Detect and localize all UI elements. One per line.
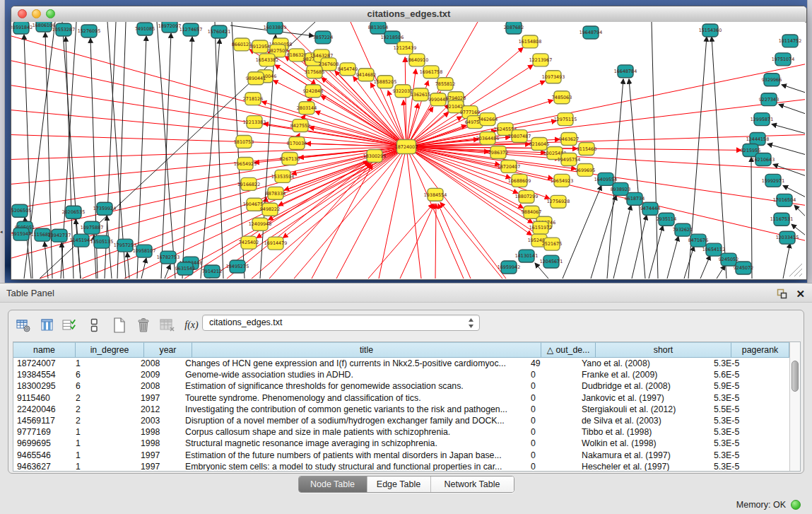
table-cell[interactable]: 18300295 <box>13 380 72 392</box>
table-row[interactable]: 1456911722003Disruption of a novel membe… <box>13 415 800 426</box>
graph-node[interactable]: 2935114 <box>657 213 676 226</box>
graph-node[interactable]: 9463627 <box>559 133 579 146</box>
graph-node[interactable]: 8216045 <box>529 138 549 151</box>
table-cell[interactable]: Changes of HCN gene expression and I(f) … <box>182 358 527 369</box>
table-cell[interactable]: 1997 <box>137 450 182 461</box>
table-cell[interactable]: Wolkin et al. (1998) <box>578 438 710 449</box>
graph-node[interactable]: 12213967 <box>529 54 552 66</box>
rows-button[interactable] <box>85 316 103 334</box>
graph-node[interactable]: 8267130 <box>280 152 300 165</box>
graph-node[interactable]: 12045671 <box>540 255 563 268</box>
graph-node[interactable]: 9329966 <box>762 74 782 86</box>
graph-node[interactable]: 9227343 <box>759 93 779 106</box>
graph-edge[interactable] <box>700 255 710 279</box>
graph-edge[interactable] <box>127 252 129 279</box>
graph-node[interactable]: 12125439 <box>394 42 416 54</box>
table-cell[interactable]: 2 <box>72 392 137 404</box>
table-cell[interactable]: 18724007 <box>13 358 72 369</box>
table-row[interactable]: 946362711997Embryonic stem cells: a mode… <box>13 461 800 472</box>
graph-node[interactable]: 9631542 <box>175 262 195 275</box>
table-cell[interactable]: Tibbo et al. (1998) <box>578 426 710 438</box>
table-cell[interactable]: 2008 <box>137 380 182 392</box>
table-cell[interactable]: 0 <box>527 461 578 472</box>
graph-node[interactable]: 14130141 <box>515 250 538 262</box>
table-cell[interactable]: Tourette syndrome. Phenomenology and cla… <box>182 392 527 404</box>
graph-node[interactable]: 19751074 <box>772 53 794 66</box>
graph-node[interactable]: 19384554 <box>424 188 447 201</box>
table-cell[interactable]: 5.3E-5 <box>710 392 765 404</box>
graph-edge[interactable] <box>406 147 421 279</box>
column-header[interactable]: year <box>144 342 192 358</box>
graph-edge[interactable] <box>779 105 805 114</box>
graph-node[interactable]: 12975115 <box>554 113 577 126</box>
graph-node[interactable]: 12756928 <box>547 195 570 208</box>
graph-node[interactable]: 7914212 <box>202 265 222 278</box>
graph-node[interactable]: 18720407 <box>498 160 520 173</box>
graph-node[interactable]: 13505135 <box>90 235 113 248</box>
graph-node[interactable]: 12033415 <box>776 231 799 244</box>
graph-node[interactable]: 16648784 <box>614 65 637 78</box>
table-row[interactable]: 2242004622012Investigating the contribut… <box>13 404 800 415</box>
table-cell[interactable]: Structural magnetic resonance image aver… <box>182 438 527 449</box>
graph-node[interactable]: 19495754 <box>558 153 580 165</box>
network-window-titlebar[interactable]: citations_edges.txt <box>11 6 806 23</box>
graph-node[interactable]: 17359924 <box>93 202 116 215</box>
table-row[interactable]: 1872400712008Changes of HCN gene express… <box>13 358 800 369</box>
graph-node[interactable]: 2521675 <box>542 238 562 250</box>
graph-node[interactable]: 20364486 <box>476 132 499 145</box>
table-cell[interactable]: 2008 <box>137 358 182 369</box>
graph-node[interactable]: 7491085 <box>135 23 155 35</box>
memory-ok-indicator[interactable] <box>791 500 801 510</box>
graph-edge[interactable] <box>783 243 790 279</box>
graph-edge[interactable] <box>613 205 631 279</box>
graph-node[interactable]: 16154808 <box>519 35 541 48</box>
graph-node[interactable]: 16210643 <box>752 153 775 165</box>
table-cell[interactable]: 5.6E-5 <box>710 369 765 380</box>
graph-node[interactable]: 7855812 <box>435 78 455 90</box>
graph-node[interactable]: 19654925 <box>234 157 257 170</box>
table-row[interactable]: 977716911998Corpus callosum shape and si… <box>13 426 800 438</box>
column-header[interactable]: pagerank <box>731 342 789 358</box>
table-cell[interactable]: 5.5E-5 <box>710 404 765 415</box>
graph-edge[interactable] <box>157 22 175 279</box>
graph-edge[interactable] <box>751 157 752 279</box>
graph-edge[interactable] <box>717 265 725 279</box>
graph-node[interactable]: 11274657 <box>180 23 202 36</box>
table-cell[interactable]: 1997 <box>137 392 182 404</box>
network-canvas[interactable]: 2059184216806106105532871527609574910851… <box>11 22 805 279</box>
graph-node[interactable]: 8878334 <box>266 187 286 199</box>
table-cell[interactable]: 1 <box>72 450 137 461</box>
table-cell[interactable]: 9115460 <box>13 392 72 404</box>
graph-node[interactable]: 7932621 <box>673 223 693 236</box>
graph-node[interactable]: 13942737 <box>48 229 71 242</box>
table-cell[interactable]: Investigating the contribution of common… <box>182 404 527 415</box>
table-cell[interactable]: 2003 <box>137 415 182 426</box>
table-cell[interactable]: 9463627 <box>13 461 72 472</box>
table-cell[interactable]: 5.3E-5 <box>710 461 765 472</box>
graph-node[interactable]: 16151972 <box>529 221 552 234</box>
tab-edge-table[interactable]: Edge Table <box>367 477 430 492</box>
graph-node[interactable]: 9242848 <box>303 85 323 98</box>
graph-node[interactable]: 3175685 <box>305 66 324 78</box>
graph-node[interactable]: 11167531 <box>770 213 793 226</box>
graph-edge[interactable] <box>767 144 805 155</box>
graph-node[interactable]: 10958107 <box>133 245 155 257</box>
graph-edge[interactable] <box>652 22 658 279</box>
graph-node[interactable]: 7986372 <box>488 146 508 159</box>
function-builder-button[interactable]: f(x) <box>182 316 201 334</box>
column-header[interactable]: in_degree <box>76 342 144 358</box>
graph-edge[interactable] <box>591 195 616 279</box>
table-cell[interactable]: 0 <box>527 392 578 404</box>
table-cell[interactable]: 1998 <box>137 426 182 438</box>
graph-node[interactable]: 7462664 <box>478 113 498 126</box>
graph-node[interactable]: 16961758 <box>420 66 442 78</box>
close-panel-icon[interactable]: ✕ <box>796 288 805 299</box>
table-cell[interactable]: 5.3E-5 <box>710 426 765 438</box>
graph-node[interactable]: 18640910 <box>406 54 428 66</box>
graph-node[interactable]: 19166822 <box>237 177 260 190</box>
table-cell[interactable]: Nakamura et al. (1997) <box>578 450 710 461</box>
graph-node[interactable]: 18807299 <box>515 190 538 203</box>
table-cell[interactable]: Hescheler et al. (1997) <box>578 461 710 472</box>
table-cell[interactable]: Dudbridge et al. (2008) <box>578 380 710 392</box>
table-cell[interactable]: 5.3E-5 <box>710 450 765 461</box>
